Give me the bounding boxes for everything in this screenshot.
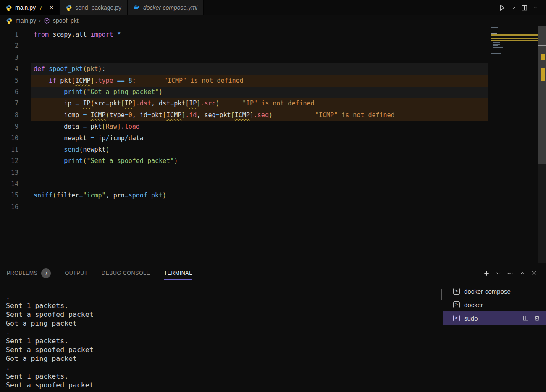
code-text: data = pkt[Raw].load [34, 121, 140, 132]
ellipsis-icon[interactable] [507, 270, 513, 276]
close-icon[interactable]: ✕ [49, 5, 54, 11]
line-number[interactable]: 3 [0, 52, 18, 63]
line-number[interactable]: 8 [0, 110, 18, 121]
tab-label: send_package.py [75, 4, 121, 11]
code-line-5[interactable]: 5 if pkt[ICMP].type == 8:"ICMP" is not d… [0, 75, 546, 87]
minimap-line [491, 53, 501, 54]
close-icon[interactable] [531, 271, 537, 276]
code-line-7[interactable]: 7 ip = IP(src=pkt[IP].dst, dst=pkt[IP].s… [0, 98, 546, 109]
editor[interactable]: 1from scapy.all import *234def spoof_pkt… [0, 26, 546, 263]
terminal-line: . [6, 328, 94, 337]
symbol-cube-icon [44, 18, 50, 24]
minimap-line [494, 42, 500, 43]
code-line-14[interactable]: 14 [0, 179, 546, 190]
line-number[interactable]: 1 [0, 29, 18, 40]
vscode-window: main.py7✕send_package.pydocker-compose.y… [0, 0, 546, 392]
run-icon[interactable] [499, 4, 506, 11]
panel-tab-label: DEBUG CONSOLE [102, 270, 150, 276]
terminal-line: . [6, 363, 94, 372]
terminal-line: Sent 1 packets. [6, 372, 94, 381]
breadcrumb-file[interactable]: main.py [16, 17, 36, 24]
problems-badge: 7 [41, 268, 51, 278]
panel-tab-label: PROBLEMS [7, 270, 37, 276]
line-number[interactable]: 4 [0, 63, 18, 75]
terminal-line: Sent a spoofed packet [6, 381, 94, 389]
panel-tab-terminal[interactable]: TERMINAL [164, 263, 192, 283]
split-terminal-icon[interactable] [523, 315, 529, 321]
indent-guide [34, 63, 34, 121]
terminal-line: Sent a spoofed packet [6, 345, 94, 354]
editor-scrollbar[interactable] [538, 26, 546, 263]
minimap[interactable] [491, 27, 538, 254]
code-line-4[interactable]: 4def spoof_pkt(pkt): [0, 63, 546, 75]
line-number[interactable]: 5 [0, 75, 18, 87]
code-text: def spoof_pkt(pkt): [34, 63, 106, 75]
code-text: icmp = ICMP(type=0, id=pkt[ICMP].id, seq… [34, 110, 273, 121]
code-text: send(newpkt) [34, 144, 110, 155]
minimap-line [491, 34, 538, 36]
inline-warning-hint: "ICMP" is not defined [164, 75, 244, 87]
plus-icon[interactable] [483, 270, 490, 276]
terminal-list: >docker-compose>docker>sudo [443, 284, 546, 392]
line-number[interactable]: 14 [0, 179, 18, 190]
code-line-12[interactable]: 12 print("Sent a spoofed packet") [0, 155, 546, 167]
tab-docker-compose.yml[interactable]: docker-compose.yml [128, 0, 204, 15]
overview-warning-mark [541, 54, 545, 60]
line-number[interactable]: 12 [0, 155, 18, 167]
line-number[interactable]: 16 [0, 202, 18, 213]
panel-tab-output[interactable]: OUTPUT [65, 263, 87, 283]
line-number[interactable]: 10 [0, 133, 18, 144]
terminal-line: Sent 1 packets. [6, 301, 94, 310]
panel-tab-problems[interactable]: PROBLEMS7 [7, 263, 51, 283]
editor-actions [499, 0, 546, 15]
code-line-1[interactable]: 1from scapy.all import * [0, 29, 546, 40]
code-line-10[interactable]: 10 newpkt = ip/icmp/data [0, 133, 546, 144]
code-text: sniff(filter="icmp", prn=spoof_pkt) [34, 190, 166, 201]
chevron-down-icon[interactable] [496, 271, 501, 276]
code-line-9[interactable]: 9 data = pkt[Raw].load [0, 121, 546, 132]
line-number[interactable]: 11 [0, 144, 18, 155]
code-line-15[interactable]: 15sniff(filter="icmp", prn=spoof_pkt) [0, 190, 546, 201]
terminal-line: Got a ping packet [6, 319, 94, 328]
line-number[interactable]: 2 [0, 40, 18, 52]
python-icon [6, 17, 13, 24]
terminal-item-docker-compose[interactable]: >docker-compose [443, 284, 546, 298]
terminal-scrollbar[interactable] [441, 289, 442, 300]
code-line-2[interactable]: 2 [0, 40, 546, 52]
terminal-item-sudo[interactable]: >sudo [443, 311, 546, 325]
code-line-11[interactable]: 11 send(newpkt) [0, 144, 546, 155]
scrollbar-thumb[interactable] [538, 26, 546, 164]
breadcrumb-separator: › [39, 18, 41, 24]
line-number[interactable]: 13 [0, 167, 18, 179]
terminal-line: . [6, 292, 94, 301]
code-line-16[interactable]: 16 [0, 202, 546, 213]
code-line-3[interactable]: 3 [0, 52, 546, 63]
line-number[interactable]: 15 [0, 190, 18, 201]
code-text: newpkt = ip/icmp/data [34, 133, 144, 144]
overview-cursor-mark [538, 45, 546, 46]
docker-icon [133, 5, 140, 11]
chevron-up-icon[interactable] [520, 271, 525, 276]
split-editor-icon[interactable] [521, 5, 528, 11]
terminal-item-label: sudo [464, 315, 478, 322]
code-line-8[interactable]: 8 icmp = ICMP(type=0, id=pkt[ICMP].id, s… [0, 110, 546, 121]
trash-icon[interactable] [534, 315, 540, 321]
code-line-13[interactable]: 13 [0, 167, 546, 179]
terminal-item-label: docker-compose [464, 288, 511, 295]
python-icon [5, 4, 12, 11]
minimap-line [494, 45, 498, 46]
terminal-item-docker[interactable]: >docker [443, 298, 546, 311]
terminal-icon: > [453, 301, 460, 308]
ellipsis-icon[interactable] [533, 5, 539, 11]
line-number[interactable]: 7 [0, 98, 18, 109]
line-number[interactable]: 9 [0, 121, 18, 132]
panel-tab-debug-console[interactable]: DEBUG CONSOLE [102, 263, 150, 283]
line-number[interactable]: 6 [0, 87, 18, 98]
tab-send_package.py[interactable]: send_package.py [60, 0, 128, 15]
tab-main.py[interactable]: main.py7✕ [0, 0, 60, 15]
terminal-output[interactable]: .Sent 1 packets.Sent a spoofed packetGot… [6, 292, 94, 392]
chevron-down-icon[interactable] [511, 5, 516, 10]
code-line-6[interactable]: 6 print("Got a ping packet") [0, 87, 546, 98]
tab-bar: main.py7✕send_package.pydocker-compose.y… [0, 0, 546, 15]
breadcrumb-symbol[interactable]: spoof_pkt [53, 17, 79, 24]
